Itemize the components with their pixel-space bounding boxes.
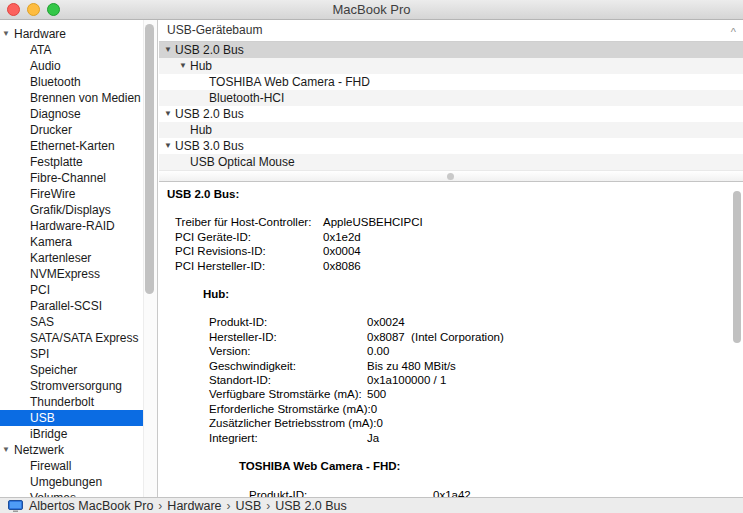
sidebar-item-label: NVMExpress [30,267,100,281]
tree-row-usb-optical-mouse[interactable]: USB Optical Mouse [159,154,743,170]
tree-row-hub[interactable]: Hub [159,122,743,138]
tree-row-usb-2-0-bus[interactable]: ▼USB 2.0 Bus [159,42,743,58]
sidebar-item-ata[interactable]: ATA [0,42,143,58]
splitter-dot-icon [447,173,454,180]
disclosure-triangle-icon[interactable]: ▼ [164,42,172,58]
detail-label: Treiber für Host-Controller: [175,215,323,229]
sidebar-item-label: Audio [30,59,61,73]
sidebar-item-sas[interactable]: SAS [0,314,143,330]
detail-value: 0 [371,402,377,416]
sidebar-item-grafik-displays[interactable]: Grafik/Displays [0,202,143,218]
sidebar-item-audio[interactable]: Audio [0,58,143,74]
details-scrollbar-thumb[interactable] [733,191,741,343]
sidebar-item-hardware[interactable]: ▼Hardware [0,26,143,42]
detail-label: Verfügbare Stromstärke (mA): [209,387,367,401]
tree-row-label: USB 2.0 Bus [175,43,244,57]
sidebar-item-ethernet-karten[interactable]: Ethernet-Karten [0,138,143,154]
disclosure-triangle-icon[interactable]: ▼ [2,442,10,458]
tree-row-usb-3-0-bus[interactable]: ▼USB 3.0 Bus [159,138,743,154]
detail-value: 0x0004 [323,244,361,258]
sidebar-item-stromversorgung[interactable]: Stromversorgung [0,378,143,394]
detail-row-produkt-id: Produkt-ID:0x0024 [209,315,743,329]
sidebar-scrollbar-track[interactable] [143,20,157,497]
category-sidebar: ▼HardwareATAAudioBluetoothBrennen von Me… [0,20,158,497]
sidebar-item-spi[interactable]: SPI [0,346,143,362]
tree-row-hub[interactable]: ▼Hub [159,58,743,74]
sidebar-item-label: Kamera [30,235,72,249]
breadcrumb-item-albertos-macbook-pro: Albertos MacBook Pro [29,499,153,513]
tree-row-usb-2-0-bus[interactable]: ▼USB 2.0 Bus [159,106,743,122]
sidebar-item-nvmexpress[interactable]: NVMExpress [0,266,143,282]
tree-row-label: USB 2.0 Bus [175,107,244,121]
detail-label: Produkt-ID: [209,315,367,329]
detail-row-hersteller-id: Hersteller-ID:0x8087 (Intel Corporation) [209,330,743,344]
disclosure-triangle-icon[interactable]: ▼ [179,58,187,74]
device-tree: ▼USB 2.0 Bus▼HubTOSHIBA Web Camera - FHD… [159,42,743,170]
sidebar-item-label: USB [30,411,55,425]
disclosure-triangle-icon[interactable]: ▼ [2,26,10,42]
device-tree-column-header[interactable]: USB-Gerätebaum ^ [159,20,743,42]
tree-row-bluetooth-hci[interactable]: Bluetooth-HCI [159,90,743,106]
sidebar-item-firewire[interactable]: FireWire [0,186,143,202]
disclosure-triangle-icon[interactable]: ▼ [164,106,172,122]
sidebar-item-kartenleser[interactable]: Kartenleser [0,250,143,266]
sidebar-item-netzwerk[interactable]: ▼Netzwerk [0,442,143,458]
sidebar-item-label: iBridge [30,427,67,441]
sidebar-item-pci[interactable]: PCI [0,282,143,298]
detail-value: 0 [376,416,382,430]
sidebar-item-festplatte[interactable]: Festplatte [0,154,143,170]
sidebar-item-label: Kartenleser [30,251,91,265]
tree-row-label: TOSHIBA Web Camera - FHD [209,75,370,89]
disclosure-triangle-icon[interactable]: ▼ [164,138,172,154]
detail-section-toshiba-web-camera-fhd: TOSHIBA Web Camera - FHD:Produkt-ID:0x1a… [159,459,743,497]
title-bar: MacBook Pro [0,0,743,20]
sidebar-item-thunderbolt[interactable]: Thunderbolt [0,394,143,410]
sidebar-item-brennen-von-medien[interactable]: Brennen von Medien [0,90,143,106]
detail-label: Integriert: [209,431,367,445]
detail-value: 0x1e2d [323,230,361,244]
computer-icon [8,500,23,512]
detail-label: Version: [209,344,367,358]
sidebar-item-label: Parallel-SCSI [30,299,102,313]
detail-row-pci-revisions-id: PCI Revisions-ID:0x0004 [175,244,743,258]
breadcrumb-item-usb-2-0-bus: USB 2.0 Bus [275,499,347,513]
sidebar-item-volumes[interactable]: Volumes [0,490,143,497]
sidebar-item-bluetooth[interactable]: Bluetooth [0,74,143,90]
detail-label: Geschwindigkeit: [209,359,367,373]
sidebar-item-label: SATA/SATA Express [30,331,138,345]
sidebar-item-label: Hardware-RAID [30,219,115,233]
sidebar-item-label: Hardware [14,27,66,41]
tree-row-label: Hub [190,59,212,73]
sidebar-item-diagnose[interactable]: Diagnose [0,106,143,122]
sidebar-item-drucker[interactable]: Drucker [0,122,143,138]
detail-value: 0x1a42 [433,488,471,498]
detail-value: AppleUSBEHCIPCI [323,215,423,229]
detail-value: 0x8087 (Intel Corporation) [367,330,504,344]
sidebar-item-ibridge[interactable]: iBridge [0,426,143,442]
sidebar-item-firewall[interactable]: Firewall [0,458,143,474]
detail-label: Hersteller-ID: [209,330,367,344]
sidebar-item-label: Umgebungen [30,475,102,489]
sidebar-item-kamera[interactable]: Kamera [0,234,143,250]
sidebar-item-usb[interactable]: USB [0,410,143,426]
breadcrumb-separator: › [266,499,270,513]
sidebar-item-sata-sata-express[interactable]: SATA/SATA Express [0,330,143,346]
detail-row-treiber-f-r-host-controller: Treiber für Host-Controller:AppleUSBEHCI… [175,215,743,229]
sidebar-item-umgebungen[interactable]: Umgebungen [0,474,143,490]
detail-label: Standort-ID: [209,373,367,387]
detail-row-version: Version:0.00 [209,344,743,358]
detail-label: Zusätzlicher Betriebsstrom (mA): [209,416,376,430]
sidebar-item-label: SAS [30,315,54,329]
detail-section-hub: Hub:Produkt-ID:0x0024Hersteller-ID:0x808… [159,287,743,445]
sidebar-item-fibre-channel[interactable]: Fibre-Channel [0,170,143,186]
sidebar-item-label: PCI [30,283,50,297]
sidebar-item-hardware-raid[interactable]: Hardware-RAID [0,218,143,234]
breadcrumb-separator: › [227,499,231,513]
sidebar-item-label: Speicher [30,363,77,377]
sidebar-item-speicher[interactable]: Speicher [0,362,143,378]
tree-row-toshiba-web-camera-fhd[interactable]: TOSHIBA Web Camera - FHD [159,74,743,90]
category-list: ▼HardwareATAAudioBluetoothBrennen von Me… [0,26,143,497]
sidebar-scrollbar-thumb[interactable] [145,24,154,294]
sidebar-item-parallel-scsi[interactable]: Parallel-SCSI [0,298,143,314]
pane-splitter[interactable] [159,170,743,182]
